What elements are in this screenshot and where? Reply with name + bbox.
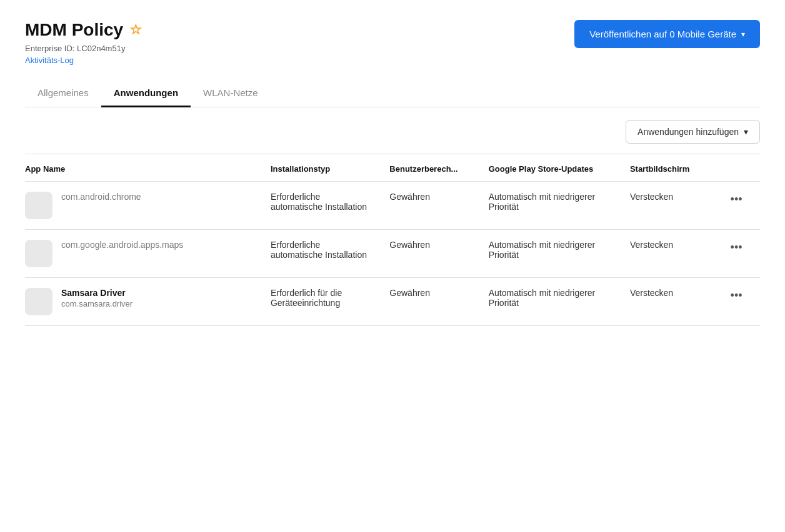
- table-row: com.google.android.apps.maps Erforderlic…: [25, 230, 760, 278]
- apps-table: App Name Installationstyp Benutzerberech…: [25, 154, 760, 326]
- table-row: com.android.chrome Erforderliche automat…: [25, 182, 760, 230]
- app-icon-chrome: [25, 192, 52, 219]
- app-cell-samsara: Samsara Driver com.samsara.driver: [25, 288, 256, 315]
- table-body: com.android.chrome Erforderliche automat…: [25, 182, 760, 326]
- more-button-chrome[interactable]: •••: [727, 192, 746, 207]
- more-button-maps[interactable]: •••: [727, 240, 746, 255]
- app-cell-maps: com.google.android.apps.maps: [25, 240, 256, 267]
- cell-action-samsara: •••: [719, 278, 760, 326]
- cell-play-chrome: Automatisch mit niedrigerer Priorität: [481, 182, 622, 230]
- cell-app-name-chrome: com.android.chrome: [25, 182, 263, 230]
- cell-homescreen-chrome: Verstecken: [622, 182, 719, 230]
- cell-play-maps: Automatisch mit niedrigerer Priorität: [481, 230, 622, 278]
- col-header-permissions: Benutzerberech...: [382, 154, 481, 182]
- cell-app-name-samsara: Samsara Driver com.samsara.driver: [25, 278, 263, 326]
- publish-button-label: Veröffentlichen auf 0 Mobile Geräte: [589, 29, 736, 39]
- app-package-chrome: com.android.chrome: [61, 192, 141, 202]
- toolbar: Anwendungen hinzufügen ▾: [25, 107, 760, 154]
- page-container: MDM Policy ☆ Enterprise ID: LC02n4m51y A…: [0, 0, 785, 346]
- app-name-samsara: Samsara Driver: [61, 288, 132, 298]
- col-header-app-name: App Name: [25, 154, 263, 182]
- cell-homescreen-samsara: Verstecken: [622, 278, 719, 326]
- tab-anwendungen[interactable]: Anwendungen: [101, 80, 191, 107]
- cell-permissions-chrome: Gewähren: [382, 182, 481, 230]
- cell-install-samsara: Erforderlich für die Geräteeinrichtung: [263, 278, 382, 326]
- app-icon-maps: [25, 240, 52, 267]
- app-info-samsara: Samsara Driver com.samsara.driver: [61, 288, 132, 308]
- add-apps-button[interactable]: Anwendungen hinzufügen ▾: [626, 120, 760, 144]
- app-info-chrome: com.android.chrome: [61, 192, 141, 202]
- table-header-row: App Name Installationstyp Benutzerberech…: [25, 154, 760, 182]
- cell-action-maps: •••: [719, 230, 760, 278]
- app-cell-chrome: com.android.chrome: [25, 192, 256, 219]
- col-header-homescreen: Startbildschirm: [622, 154, 719, 182]
- col-header-install-type: Installationstyp: [263, 154, 382, 182]
- col-header-actions: [719, 154, 760, 182]
- publish-chevron-icon: ▾: [741, 30, 745, 39]
- cell-app-name-maps: com.google.android.apps.maps: [25, 230, 263, 278]
- tab-allgemeines[interactable]: Allgemeines: [25, 80, 101, 107]
- table-row: Samsara Driver com.samsara.driver Erford…: [25, 278, 760, 326]
- add-apps-chevron-icon: ▾: [744, 127, 748, 137]
- header-left: MDM Policy ☆ Enterprise ID: LC02n4m51y A…: [25, 20, 142, 65]
- tab-wlan-netze[interactable]: WLAN-Netze: [191, 80, 271, 107]
- cell-install-maps: Erforderliche automatische Installation: [263, 230, 382, 278]
- activity-log-link[interactable]: Aktivitäts-Log: [25, 56, 74, 65]
- add-apps-label: Anwendungen hinzufügen: [638, 127, 739, 137]
- tabs-container: Allgemeines Anwendungen WLAN-Netze: [25, 80, 760, 107]
- header-right: Veröffentlichen auf 0 Mobile Geräte ▾: [574, 20, 760, 48]
- cell-permissions-maps: Gewähren: [382, 230, 481, 278]
- cell-homescreen-maps: Verstecken: [622, 230, 719, 278]
- table-header: App Name Installationstyp Benutzerberech…: [25, 154, 760, 182]
- app-info-maps: com.google.android.apps.maps: [61, 240, 183, 250]
- page-title: MDM Policy ☆: [25, 20, 142, 40]
- page-title-text: MDM Policy: [25, 20, 123, 40]
- cell-permissions-samsara: Gewähren: [382, 278, 481, 326]
- app-icon-samsara: [25, 288, 52, 315]
- cell-play-samsara: Automatisch mit niedrigerer Priorität: [481, 278, 622, 326]
- cell-install-chrome: Erforderliche automatische Installation: [263, 182, 382, 230]
- favorite-icon[interactable]: ☆: [129, 22, 142, 38]
- cell-action-chrome: •••: [719, 182, 760, 230]
- header: MDM Policy ☆ Enterprise ID: LC02n4m51y A…: [25, 20, 760, 65]
- enterprise-id: Enterprise ID: LC02n4m51y: [25, 44, 142, 53]
- app-package-samsara: com.samsara.driver: [61, 299, 132, 308]
- publish-button[interactable]: Veröffentlichen auf 0 Mobile Geräte ▾: [574, 20, 760, 48]
- col-header-play-updates: Google Play Store-Updates: [481, 154, 622, 182]
- more-button-samsara[interactable]: •••: [727, 288, 746, 303]
- app-package-maps: com.google.android.apps.maps: [61, 240, 183, 250]
